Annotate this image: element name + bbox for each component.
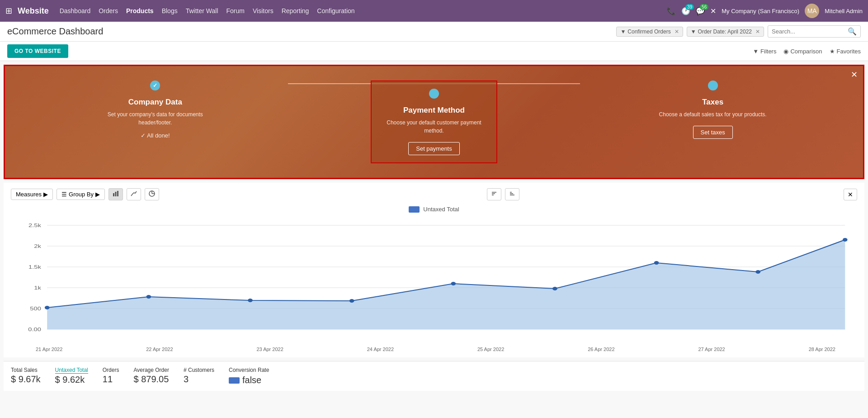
page-header: eCommerce Dashboard ▼ Confirmed Orders ✕… [0,22,868,42]
nav-orders[interactable]: Orders [99,7,118,14]
clock-badge: 39 [685,4,694,10]
line-chart-button[interactable] [127,188,141,200]
x-axis-labels: 21 Apr 2022 22 Apr 2022 23 Apr 2022 24 A… [11,345,857,352]
svg-rect-0 [113,193,114,196]
svg-rect-2 [117,191,118,196]
search-input[interactable] [772,28,848,35]
data-point-1 [146,295,151,299]
comparison-icon: ◉ [783,48,788,55]
sub-header-filter-actions: ▼ Filters ◉ Comparison ★ Favorites [753,48,861,55]
stat-total-sales-value: $ 9.67k [11,374,41,385]
grid-icon[interactable]: ⊞ [5,6,12,16]
line-chart-icon [131,190,137,197]
step-dot-payment [429,89,439,99]
filter-order-date-close[interactable]: ✕ [755,28,760,35]
line-chart-svg: 2.5k 2k 1.5k 1k 500 0.00 [11,216,857,343]
x-label-4: 25 Apr 2022 [477,347,504,352]
pie-chart-button[interactable] [145,188,159,200]
stat-orders-label: Orders [103,367,119,373]
filter-order-date-label: Order Date: April 2022 [698,28,752,35]
header-filters: ▼ Confirmed Orders ✕ ▼ Order Date: April… [616,25,861,38]
nav-blogs[interactable]: Blogs [162,7,178,14]
bar-chart-icon [113,190,119,197]
list-icon: ☰ [61,191,67,198]
measures-label: Measures [16,191,42,198]
filters-button[interactable]: ▼ Filters [753,48,776,55]
phone-icon[interactable]: 📞 [667,7,676,15]
filter-confirmed-orders[interactable]: ▼ Confirmed Orders ✕ [616,27,683,37]
stat-conversion-rate-label: Conversion Rate [229,367,269,373]
stat-orders-value: 11 [103,374,119,385]
stat-orders: Orders 11 [103,367,119,385]
step-dot-taxes [708,81,718,90]
data-point-5 [552,287,557,290]
step-desc-payment: Choose your default customer payment met… [379,119,489,135]
user-avatar[interactable]: MA [805,4,819,18]
nav-visitors[interactable]: Visitors [253,7,274,14]
chart-legend: Untaxed Total [11,206,857,213]
step-action-company: ✓ All done! [92,132,218,139]
step-title-company: Company Data [92,98,218,107]
filter-order-date[interactable]: ▼ Order Date: April 2022 ✕ [687,27,764,37]
chart-section: Measures ▶ ☰ Group By ▶ ✕ Untaxed Total [4,183,864,357]
comparison-button[interactable]: ◉ Comparison [783,48,822,55]
set-payments-button[interactable]: Set payments [408,142,460,155]
groupby-label: Group By [69,191,94,198]
nav-reporting[interactable]: Reporting [282,7,309,14]
bar-chart-button[interactable] [108,188,123,200]
data-point-4 [451,282,456,285]
stat-untaxed-total-label: Untaxed Total [55,367,88,374]
svg-text:1.5k: 1.5k [28,264,41,270]
stat-untaxed-total-value: $ 9.62k [55,375,88,385]
close-icon[interactable]: ✕ [710,7,716,15]
sort-descending-button[interactable] [505,188,519,200]
x-label-3: 24 Apr 2022 [367,347,394,352]
conversion-legend-label: false [242,375,261,385]
favorites-label: Favorites [837,48,861,55]
set-taxes-button[interactable]: Set taxes [693,126,733,139]
nav-products[interactable]: Products [126,7,154,14]
stat-customers-label: # Customers [184,367,214,373]
data-point-0 [45,306,50,309]
stat-average-order: Average Order $ 879.05 [133,367,169,385]
nav-twitter-wall[interactable]: Twitter Wall [186,7,218,14]
x-label-7: 28 Apr 2022 [809,347,835,352]
chart-toolbar: Measures ▶ ☰ Group By ▶ ✕ [11,188,857,200]
data-point-7 [755,270,760,274]
step-title-taxes: Taxes [650,98,776,107]
data-point-8 [843,238,848,242]
expand-button[interactable]: ✕ [844,189,857,200]
top-navigation: ⊞ Website Dashboard Orders Products Blog… [0,0,868,22]
x-label-0: 21 Apr 2022 [36,347,62,352]
filter-confirmed-orders-label: Confirmed Orders [627,28,670,35]
nav-dashboard[interactable]: Dashboard [60,7,91,14]
groupby-button[interactable]: ☰ Group By ▶ [57,189,105,200]
chat-badge: 56 [700,4,708,10]
clock-icon[interactable]: 🕐39 [681,7,690,15]
sort-ascending-button[interactable] [487,188,501,200]
measures-button[interactable]: Measures ▶ [11,189,53,200]
nav-forum[interactable]: Forum [226,7,245,14]
star-icon: ★ [830,48,835,55]
nav-configuration[interactable]: Configuration [317,7,354,14]
step-title-payment: Payment Method [379,106,489,115]
page-title: eCommerce Dashboard [7,26,103,37]
x-label-2: 23 Apr 2022 [256,347,283,352]
pie-chart-icon [149,190,155,197]
nav-links: Dashboard Orders Products Blogs Twitter … [60,7,667,14]
favorites-button[interactable]: ★ Favorites [830,48,861,55]
chat-icon[interactable]: 💬56 [696,7,705,15]
avatar-initials: MA [807,7,817,14]
step-desc-company: Set your company's data for documents he… [92,110,218,127]
conversion-legend-color [229,377,240,384]
filter-confirmed-orders-close[interactable]: ✕ [675,28,679,35]
svg-rect-1 [115,192,117,196]
x-label-5: 26 Apr 2022 [588,347,614,352]
stat-conversion-rate-value: false [229,375,269,385]
search-bar[interactable]: 🔍 [768,25,861,38]
search-icon[interactable]: 🔍 [848,27,857,36]
data-point-2 [248,299,253,302]
company-name: My Company (San Francisco) [722,8,799,14]
banner-close-button[interactable]: ✕ [851,70,858,80]
go-to-website-button[interactable]: GO TO WEBSITE [7,44,68,58]
